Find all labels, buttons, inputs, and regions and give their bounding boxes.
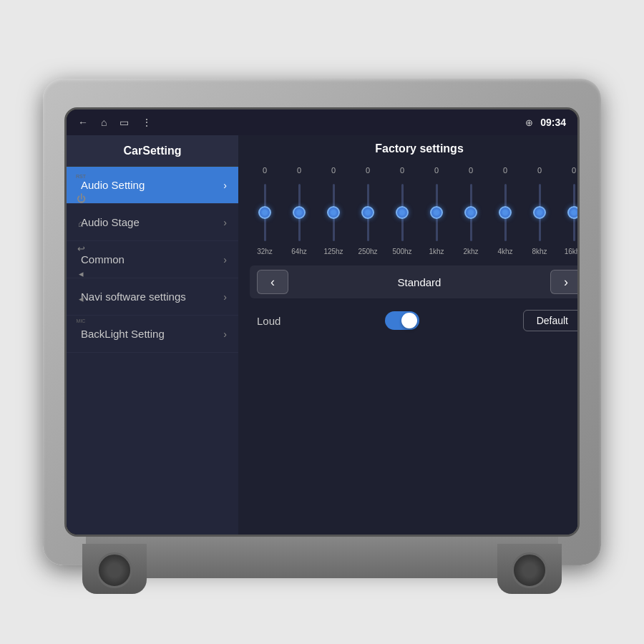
eq-thumb bbox=[258, 206, 271, 219]
eq-label: 16khz bbox=[565, 248, 580, 255]
eq-value: 0 bbox=[434, 166, 439, 177]
eq-slider[interactable] bbox=[367, 180, 369, 245]
dots-icon[interactable]: ⋮ bbox=[142, 117, 152, 128]
eq-thumb bbox=[533, 206, 546, 219]
eq-band-1khz[interactable]: 0 1khz bbox=[421, 166, 452, 255]
recents-icon[interactable]: ▭ bbox=[119, 117, 129, 128]
eq-value: 0 bbox=[469, 166, 473, 177]
eq-label: 32hz bbox=[257, 248, 273, 255]
eq-track bbox=[298, 184, 301, 241]
eq-track bbox=[504, 184, 507, 241]
preset-row: ‹ Standard › bbox=[250, 265, 580, 298]
right-panel: Factory settings 0 32hz 0 64hz 0 bbox=[238, 135, 580, 535]
sidebar-item-common[interactable]: Common › bbox=[67, 241, 238, 278]
eq-thumb bbox=[567, 206, 580, 219]
eq-label: 1khz bbox=[429, 248, 444, 255]
screen-bezel: RST ⏻ ⌂ ↩ ◂ ◂ MIC ← ⌂ ▭ ⋮ ⊕ 09:34 bbox=[64, 107, 580, 537]
eq-band-32hz[interactable]: 0 32hz bbox=[250, 166, 280, 255]
next-icon: › bbox=[564, 275, 568, 290]
eq-track bbox=[539, 184, 541, 241]
eq-band-125hz[interactable]: 0 125hz bbox=[318, 166, 348, 255]
home-icon[interactable]: ⌂ bbox=[101, 117, 107, 128]
eq-slider[interactable] bbox=[401, 180, 404, 245]
eq-label: 8khz bbox=[532, 248, 547, 255]
eq-slider[interactable] bbox=[298, 180, 301, 245]
chevron-icon: › bbox=[223, 217, 227, 228]
eq-slider[interactable] bbox=[436, 180, 438, 245]
preset-prev-button[interactable]: ‹ bbox=[257, 270, 288, 294]
eq-band-4khz[interactable]: 0 4khz bbox=[490, 166, 520, 255]
gps-icon: ⊕ bbox=[525, 117, 533, 128]
toggle-thumb bbox=[401, 313, 417, 328]
status-right: ⊕ 09:34 bbox=[525, 117, 566, 128]
eq-slider[interactable] bbox=[539, 180, 541, 245]
eq-label: 64hz bbox=[291, 248, 307, 255]
eq-slider[interactable] bbox=[333, 180, 335, 245]
rst-button[interactable]: RST bbox=[74, 174, 88, 179]
power-button[interactable]: ⏻ bbox=[74, 193, 88, 204]
audio-setting-label: Audio Setting bbox=[81, 179, 145, 191]
loud-label: Loud bbox=[257, 315, 280, 327]
eq-track bbox=[436, 184, 438, 241]
eq-band-64hz[interactable]: 0 64hz bbox=[284, 166, 314, 255]
vol-up-button[interactable]: ◂ bbox=[74, 293, 88, 304]
eq-track bbox=[264, 184, 266, 241]
preset-name: Standard bbox=[288, 276, 550, 288]
eq-band-250hz[interactable]: 0 250hz bbox=[353, 166, 383, 255]
mic-button[interactable]: MIC bbox=[74, 318, 88, 323]
eq-label: 250hz bbox=[358, 248, 377, 255]
back-button[interactable]: ↩ bbox=[74, 243, 88, 254]
eq-slider[interactable] bbox=[504, 180, 507, 245]
eq-thumb bbox=[499, 206, 512, 219]
vol-down-button[interactable]: ◂ bbox=[74, 268, 88, 279]
side-buttons: RST ⏻ ⌂ ↩ ◂ ◂ MIC bbox=[74, 174, 88, 323]
eq-value: 0 bbox=[297, 166, 301, 177]
default-button[interactable]: Default bbox=[523, 310, 580, 331]
eq-value: 0 bbox=[263, 166, 267, 177]
chevron-icon: › bbox=[223, 180, 227, 191]
loud-toggle[interactable] bbox=[385, 311, 419, 330]
eq-label: 4khz bbox=[497, 248, 512, 255]
eq-band-2khz[interactable]: 0 2khz bbox=[456, 166, 486, 255]
eq-thumb bbox=[293, 206, 306, 219]
car-unit: RST ⏻ ⌂ ↩ ◂ ◂ MIC ← ⌂ ▭ ⋮ ⊕ 09:34 bbox=[43, 79, 601, 565]
eq-track bbox=[367, 184, 369, 241]
sidebar-item-audio-stage[interactable]: Audio Stage › bbox=[67, 204, 238, 241]
chevron-icon: › bbox=[223, 328, 227, 340]
eq-thumb bbox=[430, 206, 443, 219]
back-icon[interactable]: ← bbox=[78, 117, 88, 128]
eq-value: 0 bbox=[366, 166, 370, 177]
sidebar-title: CarSetting bbox=[67, 135, 238, 167]
preset-next-button[interactable]: › bbox=[550, 270, 580, 294]
eq-value: 0 bbox=[572, 166, 576, 177]
chevron-icon: › bbox=[223, 291, 227, 303]
nav-buttons: ← ⌂ ▭ ⋮ bbox=[78, 117, 152, 128]
eq-slider[interactable] bbox=[573, 180, 575, 245]
eq-value: 0 bbox=[331, 166, 336, 177]
sidebar: CarSetting Audio Setting › Audio Stage ›… bbox=[67, 135, 238, 535]
prev-icon: ‹ bbox=[270, 275, 275, 290]
sidebar-item-backlight[interactable]: BackLight Setting › bbox=[67, 316, 238, 353]
main-content: CarSetting Audio Setting › Audio Stage ›… bbox=[67, 135, 577, 535]
eq-band-16khz[interactable]: 0 16khz bbox=[559, 166, 580, 255]
bracket-left bbox=[82, 544, 147, 594]
eq-slider[interactable] bbox=[470, 180, 472, 245]
eq-slider[interactable] bbox=[264, 180, 266, 245]
eq-thumb bbox=[464, 206, 477, 219]
eq-thumb bbox=[361, 206, 374, 219]
eq-container: 0 32hz 0 64hz 0 125hz 0 250hz bbox=[250, 162, 580, 255]
eq-band-500hz[interactable]: 0 500hz bbox=[387, 166, 417, 255]
home-button[interactable]: ⌂ bbox=[74, 218, 88, 229]
bracket-right bbox=[497, 544, 562, 594]
eq-thumb bbox=[327, 206, 340, 219]
panel-title: Factory settings bbox=[250, 142, 580, 155]
eq-value: 0 bbox=[503, 166, 507, 177]
eq-label: 125hz bbox=[323, 248, 343, 255]
eq-track bbox=[333, 184, 335, 241]
backlight-label: BackLight Setting bbox=[81, 328, 165, 340]
sidebar-item-audio-setting[interactable]: Audio Setting › bbox=[67, 167, 238, 204]
eq-track bbox=[470, 184, 472, 241]
eq-band-8khz[interactable]: 0 8khz bbox=[525, 166, 555, 255]
sidebar-item-navi[interactable]: Navi software settings › bbox=[67, 278, 238, 316]
eq-value: 0 bbox=[537, 166, 542, 177]
